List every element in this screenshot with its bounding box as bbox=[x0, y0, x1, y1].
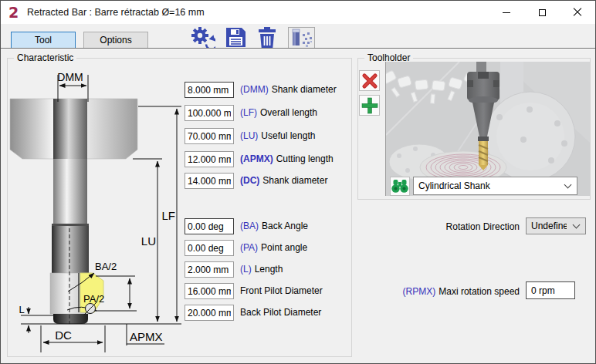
plus-icon bbox=[361, 97, 378, 114]
param-label-pa: Point angle bbox=[261, 242, 307, 253]
browse-toolholder-button[interactable] bbox=[390, 177, 410, 196]
tab-options[interactable]: Options bbox=[83, 32, 148, 49]
dim-label-dc: DC bbox=[55, 329, 72, 342]
title-bar: 2 Retracted Bar : Barre rétractab Ø=16 m… bbox=[1, 1, 595, 24]
binoculars-icon bbox=[391, 180, 408, 193]
dim-label-lu: LU bbox=[141, 234, 156, 248]
param-label-dc: Shank diameter bbox=[262, 175, 327, 186]
rotation-direction-dropdown[interactable]: Undefined bbox=[526, 217, 586, 234]
close-button[interactable] bbox=[560, 1, 595, 24]
param-label-apmx: Cutting length bbox=[276, 153, 334, 164]
front-pilot-diameter-input[interactable] bbox=[185, 283, 234, 299]
toolholder-preview bbox=[385, 62, 590, 196]
param-code-rpmx: (RPMX) bbox=[403, 286, 436, 297]
dmm-shank-diameter-input[interactable] bbox=[185, 82, 234, 98]
characteristic-group-title: Characteristic bbox=[14, 52, 76, 63]
param-code-lf: (LF) bbox=[240, 107, 257, 118]
lf-overall-length-input[interactable] bbox=[185, 105, 234, 121]
toolholder-preview-image bbox=[386, 62, 590, 196]
tool-fragment-button[interactable] bbox=[288, 27, 315, 49]
apmx-cutting-length-input[interactable] bbox=[185, 151, 234, 167]
update-gear-button[interactable] bbox=[190, 26, 215, 50]
shank-type-dropdown[interactable]: Cylindrical Shank bbox=[413, 177, 577, 195]
param-code-pa: (PA) bbox=[240, 242, 258, 253]
tool-editor-window: 2 Retracted Bar : Barre rétractab Ø=16 m… bbox=[0, 0, 596, 364]
rpmx-label-text: Maxi rotation speed bbox=[439, 286, 520, 297]
maximize-button[interactable] bbox=[524, 1, 560, 24]
rpmx-label: (RPMX)Maxi rotation speed bbox=[387, 285, 520, 298]
param-label-lf: Overall length bbox=[260, 107, 317, 118]
window-title: Retracted Bar : Barre rétractab Ø=16 mm bbox=[27, 1, 205, 24]
app-logo-icon: 2 bbox=[8, 3, 22, 22]
dim-label-pa2: PA/2 bbox=[83, 293, 104, 305]
update-gear-icon bbox=[190, 26, 215, 48]
back-pilot-diameter-input[interactable] bbox=[185, 305, 234, 321]
tool-diagram: DMM LF LU L DC APMX BA/2 bbox=[1, 66, 186, 357]
param-code-apmx: (APMX) bbox=[240, 153, 273, 164]
param-label-front-pilot: Front Pilot Diameter bbox=[240, 285, 323, 296]
minimize-icon bbox=[503, 12, 510, 13]
rotation-direction-label: Rotation Direction bbox=[402, 221, 520, 233]
save-icon bbox=[224, 27, 247, 48]
tool-fragment-icon bbox=[289, 28, 314, 48]
chevron-down-icon bbox=[558, 185, 577, 187]
chevron-down-icon bbox=[567, 225, 585, 228]
param-code-l: (L) bbox=[240, 264, 252, 275]
param-code-dc: (DC) bbox=[240, 175, 259, 186]
param-code-ba: (BA) bbox=[240, 221, 259, 231]
maximize-icon bbox=[539, 9, 546, 16]
dim-label-apmx: APMX bbox=[130, 330, 163, 343]
l-length-input[interactable] bbox=[185, 261, 234, 278]
tab-tool[interactable]: Tool bbox=[11, 32, 76, 49]
dim-label-dmm: DMM bbox=[57, 71, 83, 83]
param-label-dmm: Shank diameter bbox=[272, 84, 337, 95]
dim-label-lf: LF bbox=[161, 209, 175, 222]
rpmx-input[interactable] bbox=[526, 281, 575, 299]
param-code-dmm: (DMM) bbox=[240, 84, 269, 95]
pa-point-angle-input[interactable] bbox=[185, 240, 234, 256]
param-label-l: Length bbox=[255, 264, 283, 275]
lu-useful-length-input[interactable] bbox=[185, 128, 234, 144]
delete-tool-button[interactable] bbox=[257, 27, 277, 50]
rotation-direction-value: Undefined bbox=[527, 221, 567, 231]
param-label-back-pilot: Back Pilot Diameter bbox=[240, 307, 321, 318]
x-icon bbox=[361, 72, 378, 89]
dim-label-l: L bbox=[19, 304, 24, 315]
remove-toolholder-button[interactable] bbox=[359, 70, 380, 91]
param-code-lu: (LU) bbox=[240, 130, 258, 141]
shank-type-value: Cylindrical Shank bbox=[414, 180, 558, 191]
ba-back-angle-input[interactable] bbox=[185, 218, 234, 234]
trash-icon bbox=[257, 27, 277, 48]
param-label-ba: Back Angle bbox=[262, 221, 308, 231]
save-button[interactable] bbox=[224, 27, 247, 50]
close-icon bbox=[573, 8, 582, 17]
minimize-button[interactable] bbox=[489, 1, 524, 24]
dim-label-ba2: BA/2 bbox=[95, 261, 117, 272]
dc-shank-diameter-input[interactable] bbox=[185, 173, 234, 189]
add-toolholder-button[interactable] bbox=[359, 95, 380, 116]
param-label-lu: Useful length bbox=[261, 130, 315, 141]
